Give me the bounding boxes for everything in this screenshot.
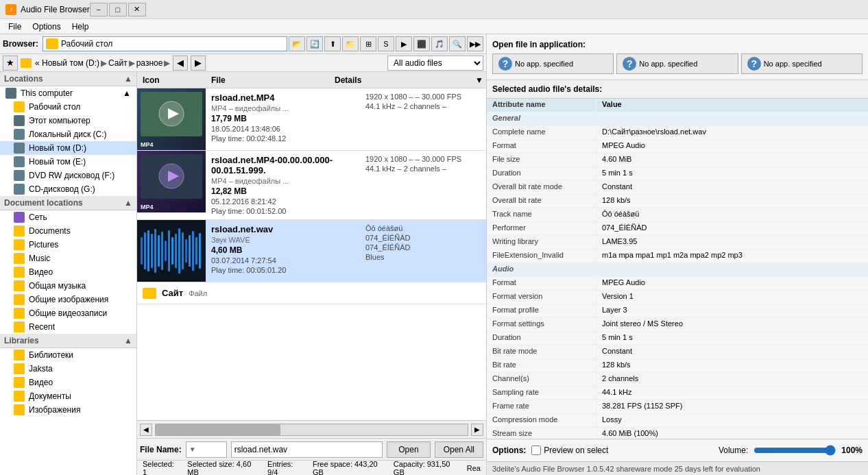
file-item-3[interactable]: rsload.net.wav Звук WAVE 4,60 MB 03.07.2… — [137, 220, 486, 282]
svg-rect-21 — [165, 241, 167, 261]
svg-rect-29 — [192, 231, 194, 271]
file-name-2: rsload.net.MP4-00.00.00.000-00.01.51.999… — [211, 155, 357, 175]
filename-dropdown[interactable]: ▼ — [186, 441, 227, 458]
sidebar-item-this-computer[interactable]: This computer ▲ — [0, 86, 136, 100]
scroll-right-btn[interactable]: ▶ — [471, 424, 483, 436]
menu-options[interactable]: Options — [27, 21, 66, 33]
file-item-1[interactable]: MP4 rsload.net.MP4 MP4 – видеофайлы ... … — [137, 88, 486, 151]
detail-sampling-rate: Sampling rate 44.1 kHz — [487, 387, 868, 400]
sidebar-item-gen-music[interactable]: Общая музыка — [0, 279, 136, 293]
menu-file[interactable]: File — [3, 21, 27, 33]
volume-slider[interactable] — [754, 443, 836, 457]
app-buttons: ? No app. specified ? No app. specified … — [492, 53, 863, 74]
sidebar-item-cd-g[interactable]: CD-дисковод (G:) — [0, 182, 136, 196]
browser-label: Browser: — [3, 39, 38, 49]
file-playtime-1: Play time: 00:02:48.12 — [211, 134, 357, 143]
filter-combo[interactable]: All audio files — [387, 56, 483, 71]
h-scrollbar-bar: ◀ ▶ — [137, 420, 486, 438]
sidebar-item-docs-lib[interactable]: Документы — [0, 389, 136, 403]
app-btn-2[interactable]: ? No app. specified — [616, 53, 738, 74]
attr-duration: Duration — [487, 167, 596, 180]
sidebar-item-new-e[interactable]: Новый том (E:) — [0, 155, 136, 169]
minimize-button[interactable]: − — [90, 3, 108, 16]
sidebar-item-local-c[interactable]: Локальный диск (C:) — [0, 127, 136, 141]
sidebar-item-label: Библиотеки — [29, 350, 73, 360]
toolbar-btn-search[interactable]: 🔍 — [449, 36, 466, 51]
val-sampling-rate: 44.1 kHz — [596, 387, 868, 400]
sidebar-item-network[interactable]: Сеть — [0, 210, 136, 224]
folder-icon-pics — [14, 239, 25, 250]
nav-back-btn[interactable]: ◀ — [173, 56, 188, 71]
folder-item-1[interactable]: Сайт Файл — [137, 282, 486, 304]
bookmark-btn[interactable]: ★ — [3, 56, 18, 71]
scroll-left-btn[interactable]: ◀ — [140, 424, 152, 436]
file-item-2[interactable]: MP4 rsload.net.MP4-00.00.00.000-00.01.51… — [137, 151, 486, 220]
sidebar-item-jaksta[interactable]: Jaksta — [0, 362, 136, 376]
svg-rect-22 — [168, 230, 170, 271]
h-scrollbar[interactable] — [155, 424, 468, 436]
folder-icon-site — [143, 288, 156, 299]
open-button[interactable]: Open — [387, 441, 430, 458]
toolbar-btn-icon3[interactable]: ▶ — [396, 36, 412, 51]
sidebar-item-my-computer[interactable]: Этот компьютер — [0, 114, 136, 127]
sort-down-icon[interactable]: ▼ — [475, 75, 483, 85]
sidebar-item-gen-images[interactable]: Общие изображения — [0, 293, 136, 306]
app-btn-1[interactable]: ? No app. specified — [492, 53, 614, 74]
val-format-version: Version 1 — [596, 291, 868, 304]
maximize-button[interactable]: □ — [109, 3, 127, 16]
sidebar-item-music[interactable]: Music — [0, 252, 136, 265]
collapse-icon[interactable]: ▲ — [124, 74, 132, 84]
filename-label: File Name: — [140, 445, 182, 454]
close-button[interactable]: ✕ — [128, 3, 146, 16]
options-title: Options: — [492, 446, 526, 455]
val-format-settings: Joint stereo / MS Stereo — [596, 318, 868, 331]
sidebar-item-desktop[interactable]: Рабочий стол — [0, 100, 136, 114]
collapse-icon[interactable]: ▲ — [124, 336, 132, 345]
computer-icon — [5, 88, 16, 99]
detail-bitrate-mode: Overall bit rate mode Constant — [487, 181, 868, 195]
preview-checkbox[interactable] — [531, 446, 541, 455]
menubar: File Options Help — [0, 19, 868, 34]
filename-input[interactable] — [231, 441, 383, 458]
thumbnail-2: MP4 — [137, 151, 206, 212]
open-all-button[interactable]: Open All — [435, 441, 483, 458]
toolbar-btn-new-folder[interactable]: 📁 — [342, 36, 359, 51]
toolbar-btn-open[interactable]: 📂 — [289, 36, 305, 51]
toolbar-btn-icon2[interactable]: S — [378, 36, 394, 51]
sidebar-item-new-d[interactable]: Новый том (D:) — [0, 141, 136, 155]
toolbar-btn-more[interactable]: ▶▶ — [467, 36, 483, 51]
sidebar-item-label: This computer — [21, 88, 73, 98]
collapse-icon-sm[interactable]: ▲ — [123, 88, 131, 98]
sidebar-item-biblioteki[interactable]: Библиотеки — [0, 348, 136, 362]
toolbar-btn-up[interactable]: ⬆ — [324, 36, 341, 51]
toolbar-btn-refresh[interactable]: 🔄 — [306, 36, 323, 51]
sidebar-item-label: Общие видеозаписи — [29, 308, 107, 318]
status-capacity: Capacity: 931,50 GB — [394, 460, 456, 476]
nav-forward-btn[interactable]: ▶ — [191, 56, 206, 71]
attr-format-settings: Format settings — [487, 318, 596, 331]
sidebar-item-documents[interactable]: Documents — [0, 224, 136, 238]
sidebar-item-pictures[interactable]: Pictures — [0, 238, 136, 252]
toolbar-btn-icon4[interactable]: ⬛ — [413, 36, 430, 51]
open-app-section: Open file in application: ? No app. spec… — [487, 34, 868, 80]
val-frame-rate: 38.281 FPS (1152 SPF) — [596, 400, 868, 413]
attr-audio-format: Format — [487, 277, 596, 290]
menu-help[interactable]: Help — [67, 21, 95, 33]
toolbar-btn-icon5[interactable]: 🎵 — [431, 36, 448, 51]
toolbar-btn-icon1[interactable]: ⊞ — [360, 36, 376, 51]
sidebar-item-gen-video[interactable]: Общие видеозаписи — [0, 306, 136, 320]
sidebar-item-images-lib[interactable]: Изображения — [0, 403, 136, 417]
val-performer: 074_ÉÍÉÑÀD — [596, 222, 868, 235]
sidebar-item-video-folder[interactable]: Видео — [0, 265, 136, 279]
sidebar-item-dvd-f[interactable]: DVD RW дисковод (F:) — [0, 169, 136, 182]
file-area: Icon File Details ▼ — [137, 72, 486, 475]
sidebar-item-recent[interactable]: Recent — [0, 320, 136, 334]
attr-audio-duration: Duration — [487, 332, 596, 345]
audio-section: Audio — [487, 263, 868, 277]
app-btn-3[interactable]: ? No app. specified — [741, 53, 863, 74]
collapse-icon[interactable]: ▲ — [124, 198, 132, 208]
col-file-header: File — [208, 75, 332, 85]
address-bar[interactable]: Рабочий стол — [43, 36, 287, 51]
preview-checkbox-label[interactable]: Preview on select — [531, 446, 608, 455]
sidebar-item-video-lib[interactable]: Видео — [0, 376, 136, 389]
